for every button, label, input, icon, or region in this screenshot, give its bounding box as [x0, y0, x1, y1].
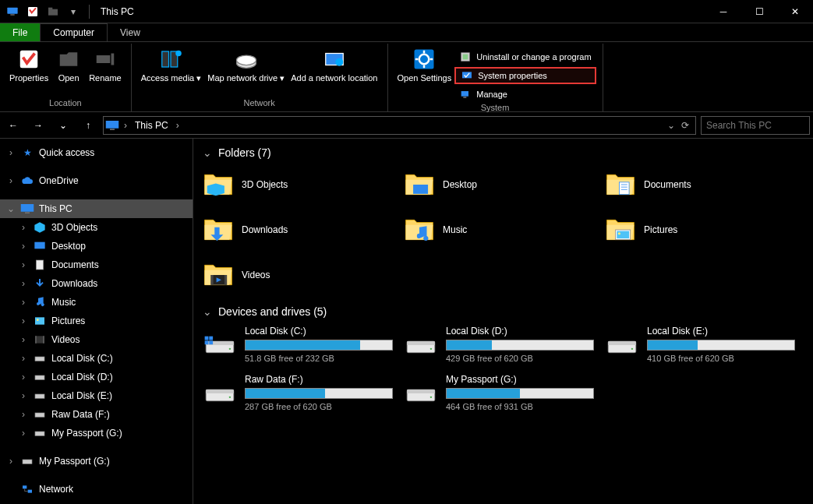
- add-location-icon: [322, 47, 347, 72]
- chevron-right-icon[interactable]: ›: [6, 147, 16, 158]
- nav-raw-f[interactable]: › Raw Data (F:): [0, 405, 193, 424]
- folder-pictures[interactable]: Pictures: [605, 212, 800, 248]
- chevron-right-icon[interactable]: ›: [19, 390, 28, 401]
- chevron-right-icon[interactable]: ›: [19, 297, 28, 308]
- nav-passport-g-external[interactable]: › My Passport (G:): [0, 452, 193, 471]
- drive-name: My Passport (G:): [446, 374, 599, 385]
- nav-videos[interactable]: › Videos: [0, 330, 193, 349]
- close-button[interactable]: ✕: [777, 0, 813, 23]
- nav-passport-g[interactable]: › My Passport (G:): [0, 424, 193, 442]
- breadcrumb[interactable]: › This PC › ⌄ ⟳: [103, 116, 696, 135]
- minimize-button[interactable]: ─: [705, 0, 741, 23]
- nav-local-d[interactable]: › Local Disk (D:): [0, 368, 193, 386]
- nav-local-c[interactable]: › Local Disk (C:): [0, 349, 193, 368]
- chevron-down-icon[interactable]: ⌄: [203, 146, 212, 159]
- drive-item[interactable]: Raw Data (F:) 287 GB free of 620 GB: [203, 374, 398, 411]
- properties-qat-icon[interactable]: [25, 4, 41, 19]
- open-button[interactable]: Open: [51, 45, 86, 98]
- refresh-button[interactable]: ⟳: [681, 120, 689, 131]
- folder-downloads[interactable]: Downloads: [203, 212, 398, 248]
- nav-network[interactable]: Network: [0, 480, 193, 499]
- chevron-right-icon[interactable]: ›: [19, 278, 28, 289]
- chevron-down-icon[interactable]: ⌄: [6, 203, 16, 214]
- nav-pictures[interactable]: › Pictures: [0, 312, 193, 330]
- chevron-right-icon[interactable]: ›: [19, 315, 28, 326]
- folder-music[interactable]: Music: [404, 212, 599, 248]
- forward-button[interactable]: →: [28, 115, 48, 136]
- properties-button[interactable]: Properties: [6, 45, 51, 98]
- manage-button[interactable]: Manage: [454, 86, 596, 103]
- chevron-down-icon[interactable]: ⌄: [203, 305, 212, 318]
- new-folder-qat-icon[interactable]: [45, 4, 61, 19]
- recent-locations-button[interactable]: ⌄: [53, 115, 73, 136]
- nav-local-e[interactable]: › Local Disk (E:): [0, 386, 193, 405]
- folder-documents[interactable]: Documents: [605, 167, 800, 203]
- folder-3d-objects[interactable]: 3D Objects: [203, 167, 398, 203]
- chevron-right-icon[interactable]: ›: [19, 222, 28, 233]
- chevron-right-icon[interactable]: ›: [19, 409, 28, 420]
- svg-point-34: [37, 319, 39, 321]
- chevron-right-icon[interactable]: ›: [6, 175, 16, 186]
- chevron-right-icon[interactable]: ›: [19, 353, 28, 364]
- system-properties-button[interactable]: System properties: [454, 67, 596, 84]
- svg-point-69: [631, 348, 633, 350]
- drive-item[interactable]: Local Disk (D:) 429 GB free of 620 GB: [404, 326, 599, 363]
- access-media-label: Access media: [141, 73, 194, 83]
- pictures-icon: [33, 314, 47, 328]
- rename-button[interactable]: Rename: [86, 45, 125, 98]
- svg-rect-55: [211, 275, 214, 285]
- nav-quick-access[interactable]: › ★ Quick access: [0, 143, 193, 162]
- chevron-right-icon[interactable]: ›: [19, 428, 28, 439]
- qat-dropdown-icon[interactable]: ▾: [65, 4, 81, 19]
- nav-music[interactable]: › Music: [0, 293, 193, 312]
- tab-file[interactable]: File: [0, 23, 40, 41]
- svg-rect-3: [48, 9, 58, 15]
- nav-onedrive[interactable]: › OneDrive: [0, 171, 193, 190]
- nav-tree[interactable]: › ★ Quick access › OneDrive ⌄ This PC › …: [0, 139, 193, 504]
- svg-rect-33: [35, 317, 44, 324]
- folder-desktop[interactable]: Desktop: [404, 167, 599, 203]
- access-media-button[interactable]: Access media ▾: [138, 45, 205, 98]
- content-pane[interactable]: ⌄ Folders (7) 3D Objects Desktop Documen…: [193, 139, 813, 504]
- chevron-right-icon[interactable]: ›: [19, 372, 28, 382]
- folder-documents-icon: [605, 169, 636, 200]
- search-input[interactable]: [701, 116, 810, 135]
- open-settings-label: Open Settings: [398, 73, 452, 83]
- chevron-right-icon[interactable]: ›: [19, 241, 28, 252]
- drive-icon: [203, 330, 237, 360]
- drives-section-header[interactable]: ⌄ Devices and drives (5): [203, 305, 804, 318]
- nav-downloads[interactable]: › Downloads: [0, 274, 193, 293]
- open-settings-button[interactable]: Open Settings: [394, 45, 455, 98]
- folder-music-icon: [404, 214, 435, 245]
- chevron-right-icon[interactable]: ›: [19, 334, 28, 345]
- tab-view[interactable]: View: [108, 23, 153, 41]
- svg-rect-60: [205, 337, 209, 340]
- drive-item[interactable]: Local Disk (C:) 51.8 GB free of 232 GB: [203, 326, 398, 363]
- breadcrumb-segment[interactable]: This PC: [132, 120, 171, 131]
- maximize-button[interactable]: ☐: [741, 0, 777, 23]
- drive-item[interactable]: My Passport (G:) 464 GB free of 931 GB: [404, 374, 599, 411]
- drive-item[interactable]: Local Disk (E:) 410 GB free of 620 GB: [605, 326, 800, 363]
- tab-computer[interactable]: Computer: [40, 23, 108, 41]
- address-dropdown-icon[interactable]: ⌄: [667, 120, 675, 131]
- chevron-right-icon[interactable]: ›: [19, 259, 28, 270]
- svg-rect-42: [35, 432, 44, 435]
- svg-rect-0: [7, 7, 17, 13]
- chevron-right-icon[interactable]: ›: [6, 456, 16, 467]
- ribbon-group-network: Access media ▾ Map network drive ▾ Add a…: [132, 44, 388, 111]
- folders-section-header[interactable]: ⌄ Folders (7): [203, 146, 804, 159]
- nav-documents[interactable]: › Documents: [0, 256, 193, 274]
- up-button[interactable]: ↑: [78, 115, 98, 136]
- breadcrumb-chevron-icon[interactable]: ›: [175, 120, 181, 131]
- breadcrumb-chevron-icon[interactable]: ›: [122, 120, 129, 131]
- nav-3d-objects[interactable]: › 3D Objects: [0, 218, 193, 237]
- folder-videos[interactable]: Videos: [203, 257, 398, 293]
- group-network-label: Network: [138, 98, 381, 110]
- back-button[interactable]: ←: [3, 115, 23, 136]
- uninstall-button[interactable]: Uninstall or change a program: [454, 48, 596, 65]
- add-location-button[interactable]: Add a network location: [288, 45, 380, 98]
- nav-desktop[interactable]: › Desktop: [0, 237, 193, 256]
- map-drive-button[interactable]: Map network drive ▾: [204, 45, 288, 98]
- nav-this-pc[interactable]: ⌄ This PC: [0, 199, 193, 218]
- folders-section-title: Folders (7): [218, 146, 271, 159]
